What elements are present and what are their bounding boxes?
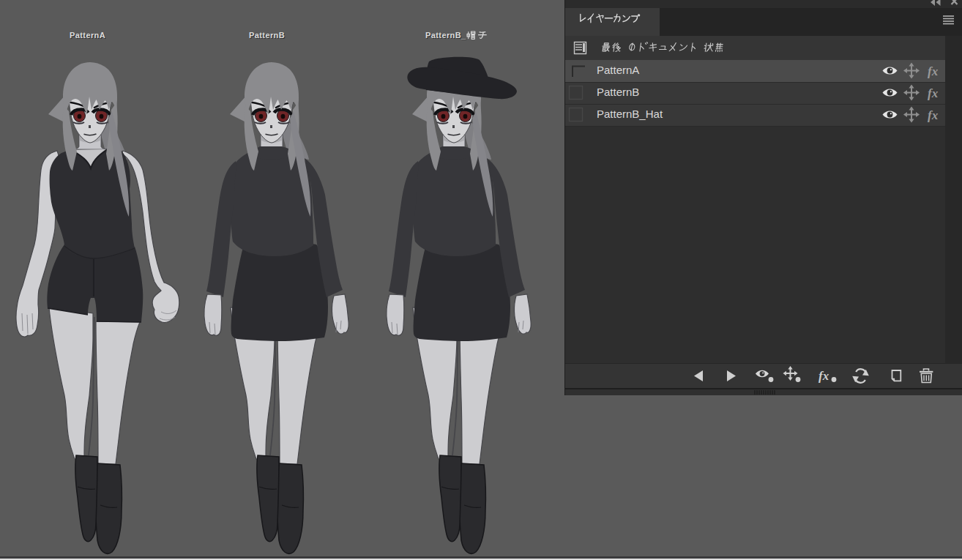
- svg-text:PatternB_: PatternB_: [425, 31, 466, 40]
- svg-text:PatternA: PatternA: [70, 31, 105, 40]
- svg-text:fx: fx: [819, 369, 829, 383]
- svg-text:PatternB: PatternB: [249, 31, 285, 40]
